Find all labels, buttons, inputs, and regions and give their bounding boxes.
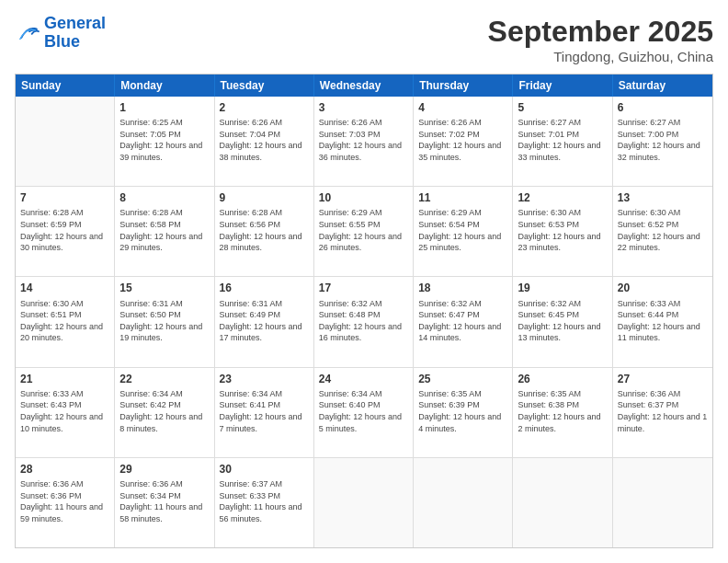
day-number: 29	[119, 462, 209, 477]
cell-info: Sunrise: 6:31 AMSunset: 6:50 PMDaylight:…	[119, 298, 209, 344]
calendar-header: SundayMondayTuesdayWednesdayThursdayFrid…	[16, 75, 712, 97]
cell-info: Sunrise: 6:29 AMSunset: 6:55 PMDaylight:…	[319, 207, 408, 253]
calendar: SundayMondayTuesdayWednesdayThursdayFrid…	[15, 74, 713, 548]
day-number: 27	[618, 372, 708, 386]
day-number: 22	[119, 372, 209, 386]
calendar-cell-empty	[613, 458, 712, 547]
cell-info: Sunrise: 6:28 AMSunset: 6:59 PMDaylight:…	[20, 207, 109, 253]
day-number: 13	[618, 190, 708, 205]
calendar-cell-30: 30Sunrise: 6:37 AMSunset: 6:33 PMDayligh…	[215, 458, 314, 547]
day-number: 6	[618, 100, 708, 115]
calendar-cell-empty	[16, 97, 115, 186]
header-day-friday: Friday	[513, 75, 612, 97]
day-number: 28	[20, 462, 109, 477]
calendar-cell-15: 15Sunrise: 6:31 AMSunset: 6:50 PMDayligh…	[115, 277, 214, 366]
calendar-cell-27: 27Sunrise: 6:36 AMSunset: 6:37 PMDayligh…	[613, 368, 712, 457]
header-day-sunday: Sunday	[16, 75, 115, 97]
logo-text: General Blue	[44, 15, 106, 52]
day-number: 10	[319, 190, 408, 205]
day-number: 7	[20, 190, 109, 205]
header: General Blue September 2025 Tingdong, Gu…	[15, 15, 713, 64]
cell-info: Sunrise: 6:36 AMSunset: 6:36 PMDaylight:…	[20, 478, 109, 524]
day-number: 1	[119, 100, 209, 115]
location: Tingdong, Guizhou, China	[488, 49, 713, 64]
day-number: 23	[220, 372, 309, 386]
logo-icon	[15, 20, 40, 46]
calendar-cell-25: 25Sunrise: 6:35 AMSunset: 6:39 PMDayligh…	[414, 368, 513, 457]
calendar-cell-26: 26Sunrise: 6:35 AMSunset: 6:38 PMDayligh…	[513, 368, 612, 457]
calendar-cell-22: 22Sunrise: 6:34 AMSunset: 6:42 PMDayligh…	[115, 368, 214, 457]
cell-info: Sunrise: 6:32 AMSunset: 6:45 PMDaylight:…	[518, 298, 607, 344]
day-number: 5	[518, 100, 607, 115]
calendar-cell-1: 1Sunrise: 6:25 AMSunset: 7:05 PMDaylight…	[115, 97, 214, 186]
day-number: 17	[319, 281, 408, 295]
day-number: 25	[418, 372, 507, 386]
calendar-cell-16: 16Sunrise: 6:31 AMSunset: 6:49 PMDayligh…	[215, 277, 314, 366]
cell-info: Sunrise: 6:35 AMSunset: 6:39 PMDaylight:…	[418, 388, 507, 434]
header-day-thursday: Thursday	[414, 75, 513, 97]
calendar-cell-14: 14Sunrise: 6:30 AMSunset: 6:51 PMDayligh…	[16, 277, 115, 366]
cell-info: Sunrise: 6:32 AMSunset: 6:48 PMDaylight:…	[319, 298, 408, 344]
day-number: 12	[518, 190, 607, 205]
calendar-cell-empty	[314, 458, 414, 547]
calendar-row-4: 28Sunrise: 6:36 AMSunset: 6:36 PMDayligh…	[16, 458, 712, 547]
calendar-cell-17: 17Sunrise: 6:32 AMSunset: 6:48 PMDayligh…	[314, 277, 414, 366]
day-number: 30	[220, 462, 309, 477]
calendar-cell-empty	[513, 458, 612, 547]
header-day-wednesday: Wednesday	[314, 75, 414, 97]
cell-info: Sunrise: 6:34 AMSunset: 6:40 PMDaylight:…	[319, 388, 408, 434]
day-number: 26	[518, 372, 607, 386]
cell-info: Sunrise: 6:33 AMSunset: 6:44 PMDaylight:…	[618, 298, 708, 344]
cell-info: Sunrise: 6:28 AMSunset: 6:56 PMDaylight:…	[220, 207, 309, 253]
cell-info: Sunrise: 6:35 AMSunset: 6:38 PMDaylight:…	[518, 388, 607, 434]
cell-info: Sunrise: 6:37 AMSunset: 6:33 PMDaylight:…	[220, 478, 309, 524]
calendar-cell-28: 28Sunrise: 6:36 AMSunset: 6:36 PMDayligh…	[16, 458, 115, 547]
calendar-cell-10: 10Sunrise: 6:29 AMSunset: 6:55 PMDayligh…	[314, 187, 414, 276]
calendar-cell-24: 24Sunrise: 6:34 AMSunset: 6:40 PMDayligh…	[314, 368, 414, 457]
calendar-row-1: 7Sunrise: 6:28 AMSunset: 6:59 PMDaylight…	[16, 187, 712, 277]
calendar-row-3: 21Sunrise: 6:33 AMSunset: 6:43 PMDayligh…	[16, 368, 712, 458]
cell-info: Sunrise: 6:26 AMSunset: 7:03 PMDaylight:…	[319, 117, 408, 163]
cell-info: Sunrise: 6:29 AMSunset: 6:54 PMDaylight:…	[418, 207, 507, 253]
page: General Blue September 2025 Tingdong, Gu…	[0, 0, 728, 563]
calendar-cell-3: 3Sunrise: 6:26 AMSunset: 7:03 PMDaylight…	[314, 97, 414, 186]
calendar-cell-6: 6Sunrise: 6:27 AMSunset: 7:00 PMDaylight…	[613, 97, 712, 186]
day-number: 3	[319, 100, 408, 115]
calendar-cell-5: 5Sunrise: 6:27 AMSunset: 7:01 PMDaylight…	[513, 97, 612, 186]
calendar-cell-19: 19Sunrise: 6:32 AMSunset: 6:45 PMDayligh…	[513, 277, 612, 366]
logo-general: General	[44, 14, 106, 32]
calendar-row-0: 1Sunrise: 6:25 AMSunset: 7:05 PMDaylight…	[16, 97, 712, 187]
calendar-cell-2: 2Sunrise: 6:26 AMSunset: 7:04 PMDaylight…	[215, 97, 314, 186]
calendar-cell-11: 11Sunrise: 6:29 AMSunset: 6:54 PMDayligh…	[414, 187, 513, 276]
calendar-cell-23: 23Sunrise: 6:34 AMSunset: 6:41 PMDayligh…	[215, 368, 314, 457]
header-day-monday: Monday	[115, 75, 214, 97]
day-number: 21	[20, 372, 109, 386]
logo-blue: Blue	[44, 33, 106, 52]
day-number: 16	[220, 281, 309, 295]
cell-info: Sunrise: 6:30 AMSunset: 6:53 PMDaylight:…	[518, 207, 607, 253]
day-number: 14	[20, 281, 109, 295]
cell-info: Sunrise: 6:32 AMSunset: 6:47 PMDaylight:…	[418, 298, 507, 344]
header-day-tuesday: Tuesday	[215, 75, 314, 97]
calendar-cell-18: 18Sunrise: 6:32 AMSunset: 6:47 PMDayligh…	[414, 277, 513, 366]
cell-info: Sunrise: 6:34 AMSunset: 6:42 PMDaylight:…	[119, 388, 209, 434]
day-number: 4	[418, 100, 507, 115]
calendar-cell-9: 9Sunrise: 6:28 AMSunset: 6:56 PMDaylight…	[215, 187, 314, 276]
day-number: 2	[220, 100, 309, 115]
calendar-cell-7: 7Sunrise: 6:28 AMSunset: 6:59 PMDaylight…	[16, 187, 115, 276]
day-number: 15	[119, 281, 209, 295]
cell-info: Sunrise: 6:30 AMSunset: 6:52 PMDaylight:…	[618, 207, 708, 253]
cell-info: Sunrise: 6:33 AMSunset: 6:43 PMDaylight:…	[20, 388, 109, 434]
cell-info: Sunrise: 6:31 AMSunset: 6:49 PMDaylight:…	[220, 298, 309, 344]
calendar-body: 1Sunrise: 6:25 AMSunset: 7:05 PMDaylight…	[16, 97, 712, 547]
cell-info: Sunrise: 6:27 AMSunset: 7:01 PMDaylight:…	[518, 117, 607, 163]
cell-info: Sunrise: 6:36 AMSunset: 6:34 PMDaylight:…	[119, 478, 209, 524]
cell-info: Sunrise: 6:25 AMSunset: 7:05 PMDaylight:…	[119, 117, 209, 163]
day-number: 19	[518, 281, 607, 295]
calendar-cell-empty	[414, 458, 513, 547]
month-title: September 2025	[488, 15, 713, 49]
cell-info: Sunrise: 6:28 AMSunset: 6:58 PMDaylight:…	[119, 207, 209, 253]
day-number: 24	[319, 372, 408, 386]
cell-info: Sunrise: 6:27 AMSunset: 7:00 PMDaylight:…	[618, 117, 708, 163]
calendar-cell-21: 21Sunrise: 6:33 AMSunset: 6:43 PMDayligh…	[16, 368, 115, 457]
